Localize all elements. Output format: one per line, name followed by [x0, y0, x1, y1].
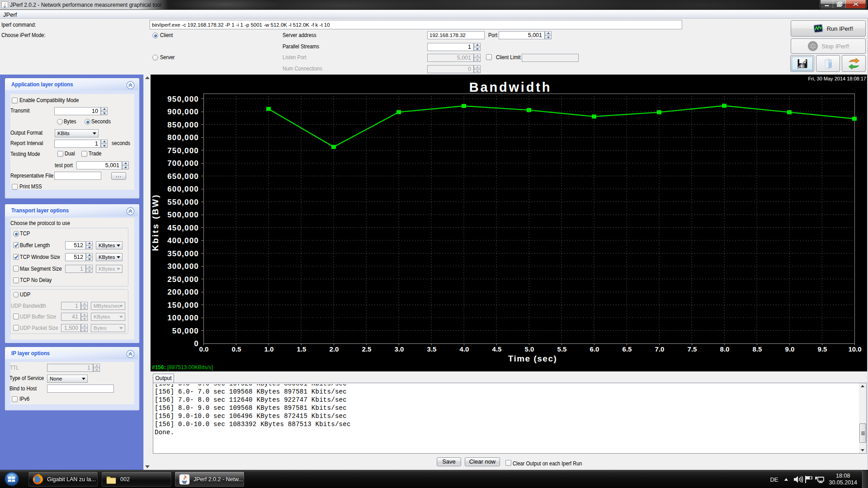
svg-text:50,000: 50,000 — [172, 327, 199, 335]
svg-text:200,000: 200,000 — [167, 288, 199, 296]
svg-text:7.5: 7.5 — [688, 345, 697, 353]
svg-text:0.0: 0.0 — [199, 345, 209, 353]
svg-text:8.0: 8.0 — [720, 345, 730, 353]
svg-text:4.0: 4.0 — [460, 345, 469, 353]
svg-text:9.0: 9.0 — [785, 345, 795, 353]
svg-text:400,000: 400,000 — [167, 236, 199, 245]
svg-text:100,000: 100,000 — [167, 314, 199, 322]
svg-text:150,000: 150,000 — [167, 301, 199, 310]
svg-text:#156: [887513.00KBits/s]: #156: [887513.00KBits/s] — [152, 364, 213, 371]
svg-text:900,000: 900,000 — [167, 108, 199, 116]
svg-text:950,000: 950,000 — [167, 95, 199, 103]
svg-text:750,000: 750,000 — [167, 146, 199, 155]
svg-text:0: 0 — [194, 339, 199, 348]
svg-text:Fri, 30 May 2014 18:08:17: Fri, 30 May 2014 18:08:17 — [808, 76, 866, 81]
svg-text:1.0: 1.0 — [264, 345, 274, 353]
svg-text:600,000: 600,000 — [167, 185, 199, 193]
svg-text:9.5: 9.5 — [818, 345, 827, 353]
svg-text:10.0: 10.0 — [848, 345, 861, 353]
svg-text:650,000: 650,000 — [167, 172, 199, 181]
svg-text:Time (sec): Time (sec) — [508, 354, 557, 363]
svg-text:4.5: 4.5 — [492, 345, 502, 353]
svg-text:350,000: 350,000 — [167, 249, 199, 258]
svg-text:0.5: 0.5 — [232, 345, 241, 353]
svg-text:5.5: 5.5 — [557, 345, 567, 353]
svg-text:3.0: 3.0 — [395, 345, 404, 353]
svg-text:6.5: 6.5 — [623, 345, 632, 353]
svg-text:250,000: 250,000 — [167, 275, 199, 284]
svg-text:1.5: 1.5 — [297, 345, 307, 353]
svg-text:6.0: 6.0 — [590, 345, 599, 353]
svg-text:700,000: 700,000 — [167, 159, 199, 168]
svg-text:Kbits (BW): Kbits (BW) — [151, 193, 160, 251]
svg-text:Bandwidth: Bandwidth — [469, 80, 552, 94]
svg-text:2.5: 2.5 — [362, 345, 372, 353]
svg-text:850,000: 850,000 — [167, 121, 199, 129]
svg-text:7.0: 7.0 — [655, 345, 665, 353]
svg-text:800,000: 800,000 — [167, 133, 199, 142]
svg-text:8.5: 8.5 — [753, 345, 762, 353]
svg-text:450,000: 450,000 — [167, 224, 199, 232]
svg-text:550,000: 550,000 — [167, 198, 199, 206]
svg-text:500,000: 500,000 — [167, 211, 199, 219]
svg-text:3.5: 3.5 — [427, 345, 437, 353]
svg-text:5.0: 5.0 — [525, 345, 534, 353]
svg-text:2.0: 2.0 — [330, 345, 339, 353]
svg-text:300,000: 300,000 — [167, 262, 199, 271]
